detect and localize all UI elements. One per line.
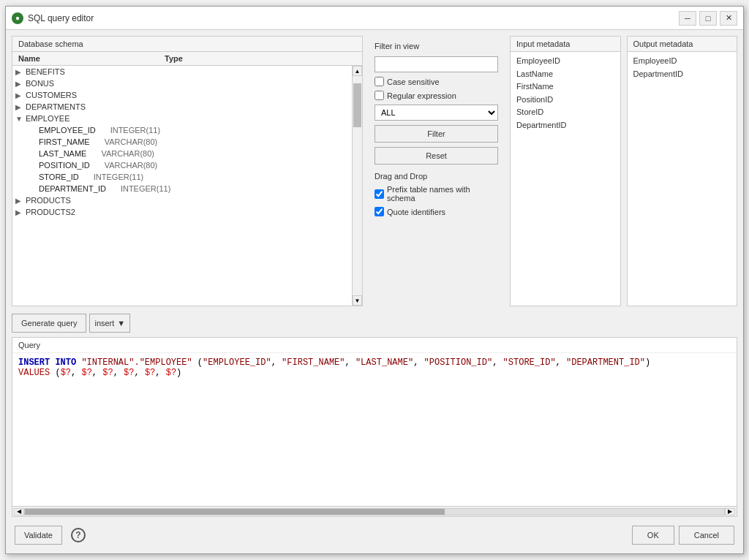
tree-item-employee_id[interactable]: EMPLOYEE_ID INTEGER(11) [36,124,352,136]
generate-query-button[interactable]: Generate query [12,314,86,333]
tree-item-store_id[interactable]: STORE_ID INTEGER(11) [36,171,352,183]
prefix-table-label: Prefix table names with schema [387,185,498,203]
tree-child-last_name: LAST_NAME VARCHAR(80) [12,148,352,159]
filter-in-view-label: Filter in view [374,42,498,50]
filter-input[interactable] [374,56,498,72]
schema-scrollbar[interactable]: ▲ ▼ [352,66,362,306]
title-bar: ● SQL query editor ─ □ ✕ [6,7,743,30]
tree-item-employee[interactable]: ▼ EMPLOYEE [12,113,352,124]
window-title: SQL query editor [28,13,94,23]
help-icon-label: ? [75,530,80,540]
expand-arrow-bonus: ▶ [15,80,26,88]
db-schema-title: Database schema [12,37,362,52]
main-window: ● SQL query editor ─ □ ✕ Database schema… [5,6,744,554]
prefix-table-row: Prefix table names with schema [374,185,498,203]
drag-drop-label: Drag and Drop [374,172,498,181]
query-label: Query [12,338,737,353]
regex-row: Regular expression [374,91,498,100]
field-type-first_name: VARCHAR(80) [105,137,158,146]
scroll-right-btn[interactable]: ▶ [725,508,735,515]
tree-item-products[interactable]: ▶ PRODUCTS [12,194,352,206]
case-sensitive-label: Case sensitive [387,77,440,86]
query-section: Query INSERT INTO "INTERNAL"."EMPLOYEE" … [12,337,737,517]
input-meta-lastname: LastName [516,68,614,81]
prefix-table-checkbox[interactable] [374,189,384,199]
input-metadata-title: Input metadata [511,37,620,52]
dialog-buttons: OK Cancel [632,526,734,545]
schema-tree: ▶ BENEFITS ▶ BONUS ▶ CUSTOMERS [12,66,352,306]
tree-child-employee_id: EMPLOYEE_ID INTEGER(11) [12,124,352,136]
h-scrollbar-thumb [25,509,445,515]
field-type-employee_id: INTEGER(11) [110,126,160,135]
filter-type-dropdown[interactable]: ALL Tables Views Procedures [374,105,498,121]
insert-dropdown[interactable]: insert ▼ [89,314,130,333]
top-section: Database schema Name Type ▶ BENEFITS [12,36,737,306]
input-meta-departmentid: DepartmentID [516,119,614,132]
h-scrollbar-track[interactable] [24,508,725,515]
quote-identifiers-row: Quote identifiers [374,207,498,216]
field-name-department_id: DEPARTMENT_ID [39,184,106,193]
tree-item-bonus[interactable]: ▶ BONUS [12,77,352,89]
tree-child-first_name: FIRST_NAME VARCHAR(80) [12,136,352,148]
validate-button[interactable]: Validate [15,526,62,545]
tree-child-department_id: DEPARTMENT_ID INTEGER(11) [12,183,352,194]
reset-button[interactable]: Reset [374,147,498,164]
tree-item-departments[interactable]: ▶ DEPARTMENTS [12,101,352,113]
regex-checkbox[interactable] [374,91,384,100]
expand-arrow-customers: ▶ [15,91,26,99]
regex-label: Regular expression [387,91,456,100]
scroll-track[interactable] [353,76,362,295]
field-type-position_id: VARCHAR(80) [105,161,158,170]
title-controls: ─ □ ✕ [679,11,737,26]
tree-child-store_id: STORE_ID INTEGER(11) [12,171,352,183]
output-metadata-title: Output metadata [628,37,737,52]
tree-item-first_name[interactable]: FIRST_NAME VARCHAR(80) [36,136,352,148]
query-scrollbar-area: ◀ ▶ [12,506,737,516]
tree-item-name-products: PRODUCTS [26,196,71,205]
ok-button[interactable]: OK [632,526,674,545]
tree-item-products2[interactable]: ▶ PRODUCTS2 [12,206,352,218]
tree-item-position_id[interactable]: POSITION_ID VARCHAR(80) [36,159,352,171]
maximize-button[interactable]: □ [699,11,717,26]
close-button[interactable]: ✕ [720,11,737,26]
schema-col-name: Name [18,54,165,63]
scroll-left-btn[interactable]: ◀ [14,508,24,515]
generate-bar: Generate query insert ▼ [12,311,737,333]
input-meta-positionid: PositionID [516,94,614,107]
tree-item-benefits[interactable]: ▶ BENEFITS [12,66,352,77]
query-content[interactable]: INSERT INTO "INTERNAL"."EMPLOYEE" ("EMPL… [12,353,737,506]
expand-arrow-benefits: ▶ [15,68,26,76]
metadata-section: Input metadata EmployeeID LastName First… [510,36,737,306]
help-icon[interactable]: ? [71,528,86,542]
case-sensitive-checkbox[interactable] [374,77,384,86]
tree-item-name-departments: DEPARTMENTS [26,102,86,111]
cancel-button[interactable]: Cancel [679,526,734,545]
expand-arrow-products2: ▶ [15,208,26,216]
expand-arrow-products: ▶ [15,197,26,205]
tree-child-position_id: POSITION_ID VARCHAR(80) [12,159,352,171]
output-meta-departmentid: DepartmentID [633,68,731,81]
output-metadata-content: EmployeeID DepartmentID [628,52,737,306]
scroll-down-btn[interactable]: ▼ [353,295,362,306]
quote-identifiers-checkbox[interactable] [374,207,384,216]
tree-item-last_name[interactable]: LAST_NAME VARCHAR(80) [36,148,352,159]
filter-panel: Filter in view Case sensitive Regular ex… [369,36,504,306]
db-schema-panel: Database schema Name Type ▶ BENEFITS [12,36,363,306]
dropdown-arrow-icon: ▼ [117,319,125,328]
input-metadata-content: EmployeeID LastName FirstName PositionID… [511,52,620,306]
schema-header: Name Type [12,52,362,66]
input-meta-storeid: StoreID [516,106,614,119]
tree-item-name-customers: CUSTOMERS [26,91,77,99]
tree-item-department_id[interactable]: DEPARTMENT_ID INTEGER(11) [36,183,352,194]
filter-button[interactable]: Filter [374,125,498,143]
field-name-employee_id: EMPLOYEE_ID [39,126,96,135]
field-name-position_id: POSITION_ID [39,161,90,170]
tree-item-name-products2: PRODUCTS2 [26,208,75,216]
tree-item-name-benefits: BENEFITS [26,67,65,76]
tree-item-customers[interactable]: ▶ CUSTOMERS [12,89,352,101]
minimize-button[interactable]: ─ [679,11,696,26]
bottom-bar: Validate ? OK Cancel [12,521,737,548]
app-icon: ● [12,12,23,24]
field-type-last_name: VARCHAR(80) [101,149,154,158]
scroll-up-btn[interactable]: ▲ [353,66,362,76]
